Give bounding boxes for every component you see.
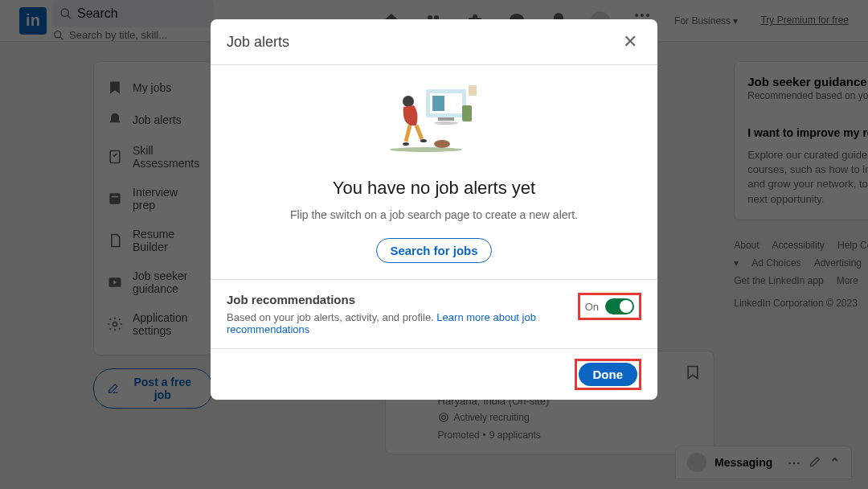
done-highlight: Done <box>575 359 642 390</box>
illustration <box>386 81 482 162</box>
svg-point-31 <box>403 142 409 146</box>
svg-point-30 <box>403 96 414 107</box>
job-alerts-modal: Job alerts ✕ You have no job alerts ye <box>211 19 657 400</box>
svg-point-28 <box>434 121 458 125</box>
svg-point-32 <box>420 139 427 142</box>
recommendations-toggle[interactable] <box>605 298 634 314</box>
done-button[interactable]: Done <box>579 363 638 386</box>
svg-rect-27 <box>438 117 454 121</box>
close-icon: ✕ <box>623 31 637 52</box>
svg-point-33 <box>434 140 450 148</box>
empty-state-heading: You have no job alerts yet <box>227 178 641 199</box>
close-button[interactable]: ✕ <box>619 31 641 53</box>
modal-overlay: Job alerts ✕ You have no job alerts ye <box>0 0 868 489</box>
modal-title: Job alerts <box>227 34 289 51</box>
search-for-jobs-button[interactable]: Search for jobs <box>376 238 491 263</box>
toggle-label: On <box>585 301 599 313</box>
svg-rect-29 <box>462 105 472 121</box>
svg-point-34 <box>390 147 462 152</box>
empty-state-sub: Flip the switch on a job search page to … <box>227 207 641 224</box>
svg-rect-35 <box>469 85 477 96</box>
recommendations-title: Job recommendations <box>227 293 565 306</box>
toggle-highlight: On <box>578 293 641 320</box>
svg-rect-26 <box>432 96 444 111</box>
